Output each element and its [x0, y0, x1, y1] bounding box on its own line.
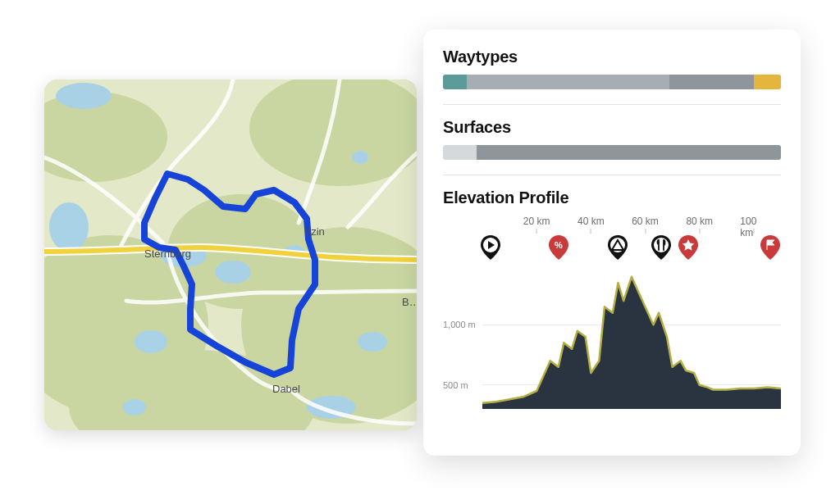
surfaces-title: Surfaces: [443, 118, 781, 137]
surfaces-bar[interactable]: [443, 145, 781, 160]
segment-teal: [443, 75, 467, 89]
waytypes-bar[interactable]: [443, 75, 781, 89]
surfaces-section: Surfaces: [443, 118, 781, 160]
svg-point-11: [135, 330, 167, 353]
svg-text:%: %: [555, 240, 563, 250]
poi-star-icon[interactable]: [678, 235, 699, 257]
segment-yellow: [754, 75, 781, 89]
svg-point-15: [352, 151, 368, 164]
poi-food-icon[interactable]: [651, 235, 672, 257]
elevation-x-axis: 20 km40 km60 km80 km100 km: [443, 216, 781, 234]
divider: [443, 175, 781, 175]
route-detail-card: Waytypes Surfaces Elevation Profile 20 k…: [423, 30, 801, 456]
segment-grey1: [467, 75, 669, 89]
svg-point-13: [358, 332, 387, 352]
segment-light: [443, 145, 477, 160]
waytypes-title: Waytypes: [443, 48, 781, 66]
svg-point-14: [123, 399, 146, 415]
svg-point-7: [56, 83, 112, 109]
segment-grey2: [669, 75, 754, 89]
segment-dark: [477, 145, 781, 160]
elevation-section: Elevation Profile 20 km40 km60 km80 km10…: [443, 188, 781, 409]
poi-camp-icon[interactable]: [607, 235, 628, 257]
x-tick: 40 km: [578, 216, 605, 227]
poi-grade-icon[interactable]: %: [548, 235, 569, 257]
elevation-title: Elevation Profile: [443, 188, 781, 207]
waytypes-section: Waytypes: [443, 48, 781, 89]
elevation-svg: [443, 265, 781, 409]
svg-point-10: [215, 261, 251, 284]
x-tick: 20 km: [523, 216, 550, 227]
svg-point-20: [654, 238, 669, 252]
poi-start-icon[interactable]: [480, 235, 501, 257]
divider: [443, 104, 781, 105]
x-tick: 80 km: [686, 216, 713, 227]
svg-point-8: [49, 202, 89, 252]
elevation-poi-row: %: [443, 235, 781, 261]
route-map[interactable]: Sternberg Dabel Itzin B…: [44, 79, 417, 430]
poi-flag-icon[interactable]: [760, 235, 781, 257]
x-tick: 60 km: [632, 216, 659, 227]
map-canvas: [44, 79, 417, 430]
elevation-chart[interactable]: 1,000 m 500 m: [443, 265, 781, 409]
